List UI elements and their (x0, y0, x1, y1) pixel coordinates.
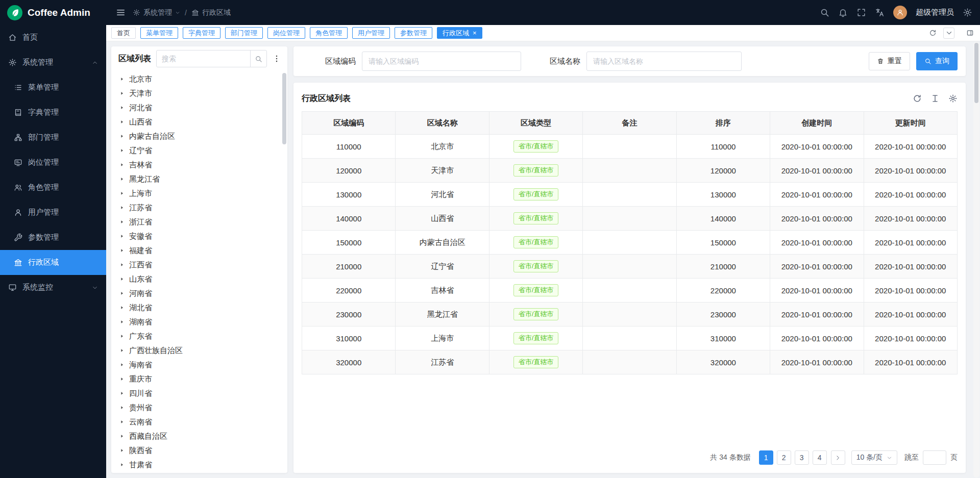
translate-icon[interactable] (875, 8, 885, 17)
tree-item-11[interactable]: 安徽省 (111, 229, 287, 243)
app-logo[interactable]: Coffee Admin (0, 0, 106, 25)
tree-item-12[interactable]: 福建省 (111, 243, 287, 258)
tree-item-21[interactable]: 重庆市 (111, 372, 287, 386)
tree-item-24[interactable]: 云南省 (111, 415, 287, 429)
tree-item-5[interactable]: 辽宁省 (111, 143, 287, 158)
global-search-icon[interactable] (820, 8, 829, 17)
tree-item-4[interactable]: 内蒙古自治区 (111, 129, 287, 143)
tree-item-6[interactable]: 吉林省 (111, 158, 287, 172)
tree-item-0[interactable]: 北京市 (111, 72, 287, 86)
cell-code: 310000 (302, 326, 396, 350)
tree-item-16[interactable]: 湖北省 (111, 300, 287, 315)
sidebar-item-1[interactable]: 系统管理 (0, 50, 106, 75)
tree-item-20[interactable]: 海南省 (111, 358, 287, 372)
table-row-8[interactable]: 310000上海市省市/直辖市3100002020-10-01 00:00:00… (302, 326, 958, 350)
tab-7[interactable]: 参数管理 (395, 27, 432, 39)
page-button-1[interactable]: 1 (759, 450, 773, 465)
column-settings-icon[interactable] (948, 94, 958, 103)
tree-item-23[interactable]: 贵州省 (111, 400, 287, 415)
topbar: 系统管理 / 行政区域 超级管理员 (106, 0, 980, 25)
page-size-select[interactable]: 10 条/页 (851, 450, 897, 465)
tree-item-14[interactable]: 山东省 (111, 272, 287, 286)
table-row-2[interactable]: 130000河北省省市/直辖市1300002020-10-01 00:00:00… (302, 183, 958, 207)
region-panel-scrollbar[interactable] (282, 73, 286, 471)
region-name-input[interactable] (586, 52, 742, 71)
layout-panel-icon[interactable] (964, 28, 975, 39)
tree-item-22[interactable]: 四川省 (111, 386, 287, 400)
sidebar-item-2[interactable]: 系统监控 (0, 275, 106, 300)
sidebar-subitem-1-5[interactable]: 用户管理 (0, 200, 106, 225)
sidebar-subitem-1-1[interactable]: 字典管理 (0, 100, 106, 125)
username[interactable]: 超级管理员 (916, 8, 954, 17)
page-button-3[interactable]: 3 (795, 450, 809, 465)
table-row-5[interactable]: 210000辽宁省省市/直辖市2100002020-10-01 00:00:00… (302, 255, 958, 279)
tree-item-9[interactable]: 江苏省 (111, 200, 287, 215)
scrollbar-thumb[interactable] (974, 43, 978, 103)
table-row-6[interactable]: 220000吉林省省市/直辖市2200002020-10-01 00:00:00… (302, 279, 958, 303)
user-avatar[interactable] (893, 6, 907, 19)
tree-item-2[interactable]: 河北省 (111, 100, 287, 115)
next-page-button[interactable] (831, 450, 845, 465)
table-row-4[interactable]: 150000内蒙古自治区省市/直辖市1500002020-10-01 00:00… (302, 231, 958, 255)
tab-8[interactable]: 行政区域× (437, 27, 482, 39)
sidebar-subitem-1-7[interactable]: 行政区域 (0, 250, 106, 275)
tree-item-13[interactable]: 江西省 (111, 258, 287, 272)
tab-1[interactable]: 菜单管理 (140, 27, 178, 39)
refresh-table-icon[interactable] (913, 94, 922, 103)
cell-update-time: 2020-10-01 00:00:00 (864, 135, 957, 159)
tabs-menu-chevron-icon[interactable] (943, 28, 954, 39)
sidebar-collapse-icon[interactable] (116, 8, 126, 17)
region-search-input[interactable] (157, 55, 250, 63)
window-scrollbar[interactable] (973, 42, 979, 477)
region-name-label: 区域名称 (550, 57, 580, 66)
tree-item-25[interactable]: 西藏自治区 (111, 429, 287, 443)
breadcrumb-region[interactable]: 行政区域 (191, 8, 231, 17)
tree-item-28[interactable]: 青海省 (111, 472, 287, 473)
sidebar-subitem-1-2[interactable]: 部门管理 (0, 125, 106, 150)
scrollbar-thumb[interactable] (282, 73, 286, 144)
fullscreen-icon[interactable] (856, 8, 866, 17)
tab-0[interactable]: 首页 (111, 27, 136, 39)
region-search-button[interactable] (250, 51, 266, 67)
sidebar-subitem-1-3[interactable]: 岗位管理 (0, 150, 106, 175)
region-code-input[interactable] (362, 52, 521, 71)
tree-item-19[interactable]: 广西壮族自治区 (111, 343, 287, 358)
tree-item-1[interactable]: 天津市 (111, 86, 287, 100)
tab-close-icon[interactable]: × (473, 30, 477, 36)
sidebar-subitem-1-6[interactable]: 参数管理 (0, 225, 106, 250)
table-row-1[interactable]: 120000天津市省市/直辖市1200002020-10-01 00:00:00… (302, 159, 958, 183)
reset-button[interactable]: 重置 (869, 52, 910, 70)
table-row-0[interactable]: 110000北京市省市/直辖市1100002020-10-01 00:00:00… (302, 135, 958, 159)
more-options-icon[interactable] (272, 54, 281, 63)
query-button[interactable]: 查询 (916, 52, 958, 70)
sidebar-subitem-1-4[interactable]: 角色管理 (0, 175, 106, 200)
refresh-tab-icon[interactable] (927, 28, 938, 39)
sidebar-item-0[interactable]: 首页 (0, 25, 106, 50)
tab-3[interactable]: 部门管理 (225, 27, 263, 39)
table-row-9[interactable]: 320000江苏省省市/直辖市3200002020-10-01 00:00:00… (302, 350, 958, 374)
page-button-2[interactable]: 2 (777, 450, 791, 465)
tree-item-26[interactable]: 陕西省 (111, 443, 287, 458)
tree-item-18[interactable]: 广东省 (111, 329, 287, 343)
tree-item-17[interactable]: 湖南省 (111, 315, 287, 329)
row-height-icon[interactable] (930, 94, 940, 103)
breadcrumb-system-management[interactable]: 系统管理 (133, 8, 180, 17)
tree-item-27[interactable]: 甘肃省 (111, 458, 287, 472)
table-row-7[interactable]: 230000黑龙江省省市/直辖市2300002020-10-01 00:00:0… (302, 303, 958, 326)
tree-item-8[interactable]: 上海市 (111, 186, 287, 200)
page-button-4[interactable]: 4 (813, 450, 827, 465)
table-row-3[interactable]: 140000山西省省市/直辖市1400002020-10-01 00:00:00… (302, 207, 958, 231)
tree-item-10[interactable]: 浙江省 (111, 215, 287, 229)
tab-2[interactable]: 字典管理 (183, 27, 220, 39)
tab-4[interactable]: 岗位管理 (267, 27, 305, 39)
main-column: 系统管理 / 行政区域 超级管理员 首页菜单管理字典管理部门管理岗 (106, 0, 980, 478)
jump-page-input[interactable] (923, 450, 946, 465)
tree-item-3[interactable]: 山西省 (111, 115, 287, 129)
tree-item-15[interactable]: 河南省 (111, 286, 287, 300)
tree-item-7[interactable]: 黑龙江省 (111, 172, 287, 186)
sidebar-subitem-1-0[interactable]: 菜单管理 (0, 75, 106, 100)
tab-6[interactable]: 用户管理 (352, 27, 390, 39)
tab-5[interactable]: 角色管理 (310, 27, 348, 39)
settings-gear-icon[interactable] (963, 8, 972, 17)
notifications-bell-icon[interactable] (838, 8, 848, 17)
